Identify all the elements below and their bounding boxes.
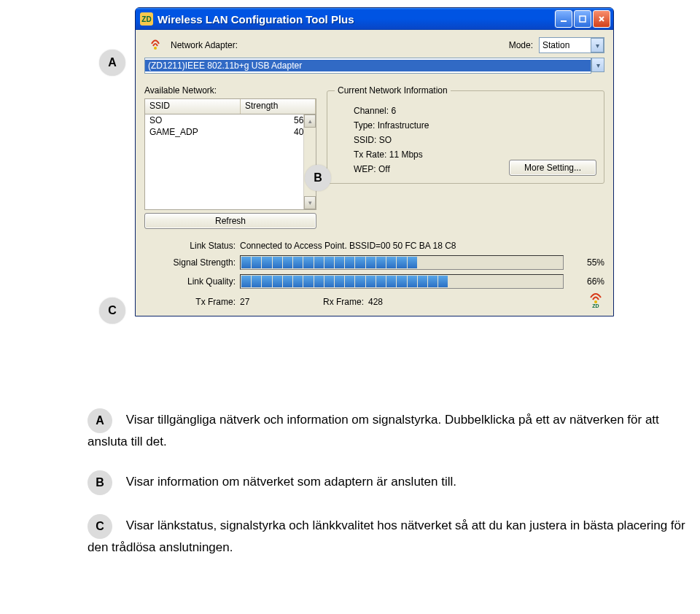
- description-c: C Visar länkstatus, signalstyrka och län…: [88, 514, 693, 557]
- ssid-row: SSID: SO: [335, 135, 596, 145]
- bar-segment: [273, 257, 282, 268]
- bar-segment: [438, 257, 448, 268]
- link-status-row: Link Status: Connected to Access Point. …: [144, 241, 604, 251]
- bar-segment: [521, 276, 531, 287]
- bar-segment: [366, 276, 376, 287]
- link-quality-bar: [240, 274, 564, 289]
- more-setting-button[interactable]: More Setting...: [509, 160, 596, 176]
- bar-segment: [324, 276, 334, 287]
- link-status-value: Connected to Access Point. BSSID=00 50 F…: [240, 241, 604, 251]
- bar-segment: [448, 257, 458, 268]
- txrate-value: 11 Mbps: [389, 149, 423, 160]
- scrollbar[interactable]: ▴ ▾: [303, 114, 316, 209]
- list-item[interactable]: SO 56%: [145, 114, 316, 126]
- bar-segment: [293, 257, 303, 268]
- link-status-label: Link Status:: [144, 241, 240, 251]
- bar-segment: [438, 276, 448, 287]
- frames-row: Tx Frame: 27 Rx Frame: 428 ZD: [144, 293, 604, 310]
- title-bar[interactable]: ZD Wireless LAN Configuration Tool Plus: [136, 8, 613, 30]
- window-controls: [555, 10, 610, 28]
- network-list-header[interactable]: SSID Strength: [144, 98, 316, 114]
- bar-segment: [241, 257, 251, 268]
- type-label: Type:: [354, 120, 375, 131]
- wifi-icon: ZD: [587, 293, 604, 310]
- adapter-select[interactable]: (ZD1211)IEEE 802.11b+g USB Adapter ▾: [144, 58, 604, 74]
- svg-point-2: [154, 47, 157, 50]
- adapter-header-row: Network Adapter: Mode: Station ▾: [144, 37, 604, 53]
- window-body: Network Adapter: Mode: Station ▾ (ZD1211…: [136, 30, 613, 316]
- fieldset-legend: Current Network Information: [335, 85, 451, 96]
- bar-segment: [490, 276, 499, 287]
- link-status-section: Link Status: Connected to Access Point. …: [144, 241, 604, 310]
- link-quality-label: Link Quality:: [144, 276, 240, 287]
- bar-segment: [262, 276, 271, 287]
- available-network-label: Available Network:: [144, 85, 316, 96]
- bar-segment: [252, 276, 261, 287]
- bar-segment: [521, 257, 531, 268]
- bar-segment: [293, 276, 303, 287]
- bar-segment: [262, 257, 271, 268]
- bar-segment: [397, 257, 406, 268]
- bar-segment: [303, 257, 313, 268]
- close-button[interactable]: [593, 10, 610, 28]
- bar-segment: [428, 257, 438, 268]
- bar-segment: [511, 257, 521, 268]
- txrate-row: Tx Rate: 11 Mbps: [335, 149, 596, 160]
- tx-frame-label: Tx Frame:: [144, 297, 240, 307]
- annotation-bubble-b: B: [305, 165, 331, 191]
- bar-segment: [500, 257, 510, 268]
- bar-segment: [459, 276, 469, 287]
- svg-rect-1: [580, 16, 586, 22]
- bar-segment: [314, 257, 324, 268]
- description-a: A Visar tillgängliga nätverk och informa…: [88, 408, 693, 451]
- bar-segment: [408, 257, 417, 268]
- bar-segment: [553, 276, 562, 287]
- app-window: ZD Wireless LAN Configuration Tool Plus: [135, 7, 614, 316]
- minimize-button[interactable]: [555, 10, 572, 28]
- bar-segment: [324, 257, 334, 268]
- wep-label: WEP:: [354, 164, 376, 174]
- description-a-text: Visar tillgängliga nätverk och informati…: [88, 413, 659, 448]
- bar-segment: [542, 257, 551, 268]
- channel-row: Channel: 6: [335, 106, 596, 116]
- bar-segment: [428, 276, 438, 287]
- description-area: A Visar tillgängliga nätverk och informa…: [88, 408, 693, 575]
- maximize-button[interactable]: [574, 10, 591, 28]
- svg-text:ZD: ZD: [592, 303, 599, 308]
- bar-segment: [532, 257, 541, 268]
- bar-segment: [418, 276, 427, 287]
- bar-segment: [511, 276, 521, 287]
- scroll-down-icon[interactable]: ▾: [304, 196, 316, 209]
- channel-value: 6: [391, 106, 396, 116]
- available-network-panel: Available Network: SSID Strength SO 56% …: [144, 85, 316, 229]
- ssid-cell: GAME_ADP: [145, 126, 240, 138]
- current-network-panel: Current Network Information Channel: 6 T…: [327, 85, 604, 229]
- bar-segment: [345, 257, 354, 268]
- bar-segment: [470, 257, 479, 268]
- network-adapter-label: Network Adapter:: [171, 40, 238, 50]
- bar-segment: [418, 257, 427, 268]
- mode-value: Station: [542, 40, 569, 50]
- col-strength[interactable]: Strength: [241, 99, 316, 114]
- list-item[interactable]: GAME_ADP 40%: [145, 126, 316, 138]
- annotation-bubble-c: C: [99, 298, 125, 324]
- refresh-button[interactable]: Refresh: [144, 213, 316, 229]
- adapter-value: (ZD1211)IEEE 802.11b+g USB Adapter: [145, 60, 591, 71]
- bar-segment: [376, 276, 386, 287]
- app-icon: ZD: [140, 12, 153, 26]
- rx-frame-value: 428: [368, 297, 427, 307]
- bar-segment: [314, 276, 324, 287]
- bar-segment: [480, 257, 489, 268]
- current-network-fieldset: Current Network Information Channel: 6 T…: [327, 85, 604, 184]
- col-ssid[interactable]: SSID: [145, 99, 241, 114]
- network-list[interactable]: SO 56% GAME_ADP 40% ▴ ▾: [144, 114, 316, 210]
- wifi-icon: [147, 39, 163, 51]
- ssid-value: SO: [379, 135, 392, 145]
- type-row: Type: Infrastructure: [335, 120, 596, 131]
- scroll-up-icon[interactable]: ▴: [304, 114, 316, 128]
- bar-segment: [386, 276, 396, 287]
- channel-label: Channel:: [354, 106, 389, 116]
- window-title: Wireless LAN Configuration Tool Plus: [158, 13, 555, 26]
- mode-select[interactable]: Station ▾: [539, 37, 604, 53]
- bar-segment: [553, 257, 562, 268]
